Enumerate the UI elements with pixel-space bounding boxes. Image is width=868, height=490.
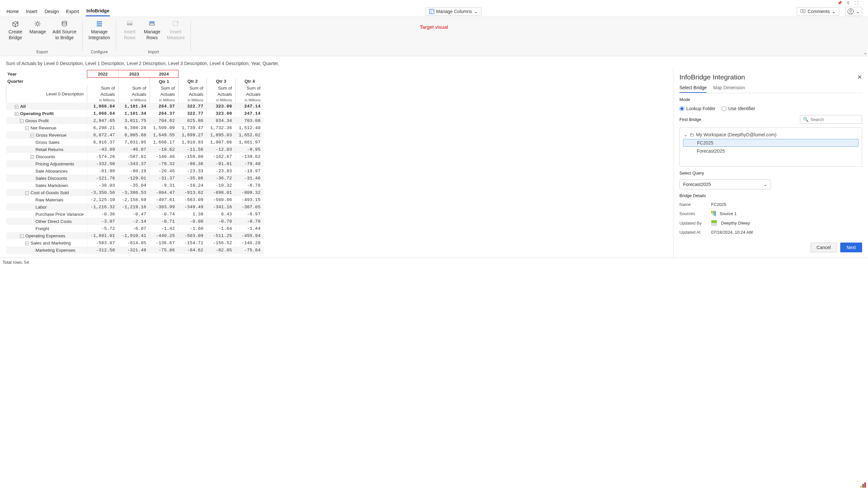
cell-value[interactable]: 264.37 [150,103,178,110]
cell-value[interactable]: 1,509.09 [150,124,178,131]
cell-value[interactable]: -10.32 [207,182,235,189]
cell-value[interactable]: 834.34 [207,117,235,124]
cell-value[interactable]: 323.09 [207,110,235,117]
row-label[interactable]: −Cost of Goods Sold [6,189,87,196]
close-icon[interactable]: ✕ [857,73,862,81]
cell-value[interactable]: -81.98 [87,167,119,175]
cell-value[interactable]: -35.86 [178,175,207,182]
col-q2[interactable]: Qtr 2 [178,78,207,85]
cell-value[interactable]: 1,512.40 [235,124,264,131]
row-label[interactable]: Other Direct Costs [6,218,87,225]
create-bridge-button[interactable]: + Create Bridge [6,19,25,42]
tab-map-dimension[interactable]: Map Dimension [713,85,745,93]
filter-icon[interactable]: ⚲ [847,1,850,5]
cell-value[interactable]: 323.09 [207,103,235,110]
table-row[interactable]: Sale Allowances-81.98-80.19-20.46-23.33-… [6,167,264,175]
cell-value[interactable]: -1,216.32 [87,203,119,211]
cell-value[interactable]: 1,066.64 [87,103,119,110]
collapse-icon[interactable]: − [25,191,29,195]
cell-value[interactable]: -23.33 [178,167,207,175]
cell-value[interactable]: -162.67 [207,153,235,160]
cell-value[interactable]: 322.77 [178,110,207,117]
cell-value[interactable]: -121.76 [87,175,119,182]
cell-value[interactable]: -20.46 [150,167,178,175]
cell-value[interactable]: -614.85 [118,239,150,246]
row-label[interactable]: Sale Allowances [6,167,87,175]
cell-value[interactable]: 2,947.65 [87,117,119,124]
cell-value[interactable]: -2,158.69 [118,196,150,203]
cell-value[interactable]: -1.60 [178,225,207,232]
cell-value[interactable]: 1,907.06 [207,139,235,146]
cell-value[interactable]: -140.46 [150,153,178,160]
tab-insert[interactable]: Insert [25,7,38,16]
cell-value[interactable]: -35.04 [118,182,150,189]
cell-value[interactable]: -560.86 [207,196,235,203]
tree-workspace-row[interactable]: ⌄ 🗀 My Workspace (DeepthyD@lumel.com) [683,131,859,138]
cell-value[interactable]: 7,031.95 [118,139,150,146]
tree-item-forecast2025[interactable]: Forecast2025 [683,147,859,155]
cell-value[interactable]: -9.95 [235,146,264,153]
cell-value[interactable]: 322.77 [178,103,207,110]
row-label[interactable]: Marketing Expenses [6,246,87,254]
collapse-icon[interactable]: − [20,119,24,123]
cell-value[interactable]: -497.61 [150,196,178,203]
cell-value[interactable]: -1.42 [150,225,178,232]
cell-value[interactable]: -129.01 [118,175,150,182]
collapse-icon[interactable]: − [30,134,34,137]
row-label[interactable]: Sales Markdown [6,182,87,189]
pin-icon[interactable]: 📌 [837,1,842,5]
cell-value[interactable]: 1,652.02 [235,131,264,139]
cell-value[interactable]: -332.50 [87,160,119,167]
col-year-2024[interactable]: 2024 [150,70,178,78]
cell-value[interactable]: -154.72 [178,239,207,246]
cell-value[interactable]: 1,101.34 [118,110,150,117]
cell-value[interactable]: 703.08 [235,117,264,124]
search-input[interactable] [810,117,856,122]
table-row[interactable]: Retail Returns-43.89-46.07-10.62-11.56-1… [6,146,264,153]
cell-value[interactable]: 6,916.37 [87,139,119,146]
table-row[interactable]: Labor-1,216.32-1,219.16-303.99-349.49-34… [6,203,264,211]
cell-value[interactable]: -82.05 [207,246,235,254]
cell-value[interactable]: -493.15 [235,196,264,203]
manage-button[interactable]: Manage [27,19,48,36]
cell-value[interactable]: -9.31 [150,182,178,189]
row-label[interactable]: −Operating Expenses [6,232,87,239]
cell-value[interactable]: -2.14 [118,218,150,225]
cell-value[interactable]: 1,101.34 [118,103,150,110]
manage-columns-button[interactable]: Manage Columns ⌄ [426,7,482,16]
cell-value[interactable]: -91.81 [207,160,235,167]
cell-value[interactable]: 6,985.88 [118,131,150,139]
cell-value[interactable]: -10.62 [150,146,178,153]
cell-value[interactable]: -341.16 [207,203,235,211]
cell-value[interactable]: -84.62 [178,246,207,254]
cell-value[interactable]: -574.26 [87,153,119,160]
cell-value[interactable]: -0.74 [150,211,178,218]
cell-value[interactable]: -6.97 [235,211,264,218]
cell-value[interactable]: 1,066.64 [87,110,119,117]
tab-select-bridge[interactable]: Select Bridge [679,85,707,93]
row-label[interactable]: Retail Returns [6,146,87,153]
row-label[interactable]: −Gross Profit [6,117,87,124]
cell-value[interactable]: -1,881.01 [87,232,119,239]
col-year-2023[interactable]: 2023 [118,70,150,78]
tab-home[interactable]: Home [6,7,19,16]
table-row[interactable]: Purchase Price Variance-0.36-0.47-0.741.… [6,211,264,218]
cell-value[interactable]: -79.32 [150,160,178,167]
cell-value[interactable]: 247.14 [235,110,264,117]
cell-value[interactable]: -0.71 [150,218,178,225]
cancel-button[interactable]: Cancel [810,243,837,252]
cell-value[interactable]: -307.05 [235,203,264,211]
cell-value[interactable]: -12.03 [207,146,235,153]
select-query-dropdown[interactable]: Forecast2025 ⌄ [679,180,771,189]
row-label[interactable]: −Sales and Marketing [6,239,87,246]
table-row[interactable]: Gross Sales6,916.377,031.951,660.171,910… [6,139,264,146]
row-label[interactable]: Raw Materials [6,196,87,203]
cell-value[interactable]: -1.64 [207,225,235,232]
collapse-icon[interactable]: − [15,105,18,109]
collapse-icon[interactable]: − [15,112,18,116]
cell-value[interactable]: -0.47 [118,211,150,218]
col-year-2022[interactable]: 2022 [87,70,119,78]
cell-value[interactable]: -156.52 [207,239,235,246]
cell-value[interactable]: -1.44 [235,225,264,232]
cell-value[interactable]: 1,661.97 [235,139,264,146]
